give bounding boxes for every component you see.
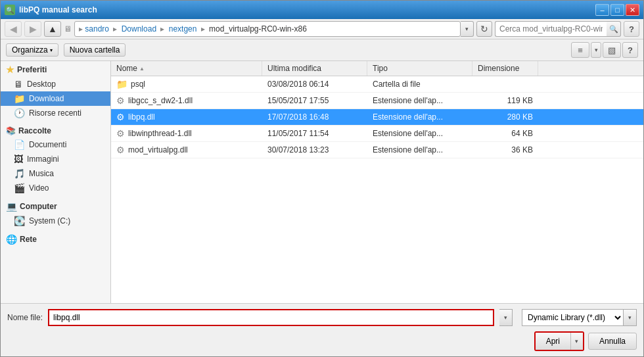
file-tipo: Cartella di file bbox=[367, 78, 472, 90]
main-window: 🔍 libPQ manual search – □ ✕ ◀ ▶ ▲ 🖥 ▸ sa… bbox=[0, 0, 644, 357]
col-header-dimensione[interactable]: Dimensione bbox=[472, 61, 538, 76]
sidebar-item-label-immagini: Immagini bbox=[27, 155, 59, 164]
sidebar-item-immagini[interactable]: 🖼 Immagini bbox=[1, 152, 110, 166]
breadcrumb-arrow2: ▸ bbox=[160, 24, 164, 34]
filetype-dropdown-button[interactable]: ▾ bbox=[624, 309, 637, 326]
file-modifica: 17/07/2018 16:48 bbox=[262, 111, 367, 123]
nome-file-label: Nome file: bbox=[7, 313, 43, 322]
window-title: libPQ manual search bbox=[19, 5, 595, 14]
title-bar-controls: – □ ✕ bbox=[595, 4, 639, 16]
breadcrumb-nextgen[interactable]: nextgen bbox=[166, 24, 198, 34]
sidebar-header-computer[interactable]: 💻 Computer bbox=[1, 198, 110, 214]
annulla-button[interactable]: Annulla bbox=[588, 333, 637, 350]
view-dropdown-button[interactable]: ▾ bbox=[591, 42, 601, 58]
filetype-select[interactable]: Dynamic Library (*.dll) bbox=[522, 309, 624, 326]
search-input[interactable] bbox=[495, 21, 607, 37]
recenti-icon: 🕐 bbox=[14, 108, 25, 118]
breadcrumb-dropdown-button[interactable]: ▾ bbox=[461, 21, 474, 37]
col-header-tipo[interactable]: Tipo bbox=[367, 61, 472, 76]
back-button[interactable]: ◀ bbox=[5, 21, 22, 37]
apri-button[interactable]: Apri bbox=[536, 333, 571, 350]
forward-button[interactable]: ▶ bbox=[24, 21, 41, 37]
sidebar-item-download[interactable]: 📁 Download bbox=[1, 91, 110, 106]
breadcrumb-arrow1: ▸ bbox=[113, 24, 117, 34]
filename-input[interactable] bbox=[48, 309, 494, 326]
up-button[interactable]: ▲ bbox=[44, 21, 61, 37]
refresh-button[interactable]: ↻ bbox=[476, 21, 492, 37]
file-tipo: Estensione dell'ap... bbox=[367, 128, 472, 139]
file-name: psql bbox=[131, 80, 145, 89]
file-name: libgcc_s_dw2-1.dll bbox=[128, 96, 193, 105]
sidebar-header-arrow-preferiti: ★ bbox=[6, 64, 14, 75]
nuova-cartella-button[interactable]: Nuova cartella bbox=[64, 43, 126, 57]
musica-icon: 🎵 bbox=[14, 168, 25, 179]
sidebar-item-desktop[interactable]: 🖥 Desktop bbox=[1, 77, 110, 91]
file-name: mod_virtualpg.dll bbox=[128, 145, 188, 155]
file-tipo: Estensione dell'ap... bbox=[367, 95, 472, 107]
col-modifica-label: Ultima modifica bbox=[267, 64, 321, 73]
table-row[interactable]: ⚙ mod_virtualpg.dll 30/07/2018 13:23 Est… bbox=[111, 142, 643, 158]
desktop-icon: 🖥 bbox=[14, 79, 23, 89]
organizza-label: Organizza bbox=[12, 45, 48, 55]
table-row[interactable]: ⚙ libwinpthread-1.dll 11/05/2017 11:54 E… bbox=[111, 126, 643, 142]
view-details-button[interactable]: ≡ bbox=[571, 42, 589, 58]
col-header-modifica[interactable]: Ultima modifica bbox=[262, 61, 367, 76]
file-dim: 280 KB bbox=[472, 111, 538, 123]
file-tipo: Estensione dell'ap... bbox=[367, 144, 472, 156]
organizza-arrow-icon: ▾ bbox=[50, 47, 53, 53]
sidebar-header-icon-rete: 🌐 bbox=[6, 234, 17, 245]
sidebar-header-label-preferiti: Preferiti bbox=[17, 65, 47, 74]
file-modifica: 03/08/2018 06:14 bbox=[262, 78, 367, 90]
sidebar-item-label-recenti: Risorse recenti bbox=[29, 108, 81, 118]
minimize-button[interactable]: – bbox=[595, 4, 609, 16]
sidebar-item-label-video: Video bbox=[29, 183, 49, 193]
sidebar-item-documenti[interactable]: 📄 Documenti bbox=[1, 137, 110, 152]
breadcrumb[interactable]: ▸ sandro ▸ Download ▸ nextgen ▸ mod_virt… bbox=[74, 21, 461, 37]
maximize-button[interactable]: □ bbox=[610, 4, 624, 16]
apri-split-button[interactable]: ▾ bbox=[571, 333, 583, 350]
sidebar-item-label-desktop: Desktop bbox=[27, 80, 56, 89]
sidebar-item-system-c[interactable]: 💽 System (C:) bbox=[1, 214, 110, 228]
table-row[interactable]: ⚙ libpq.dll 17/07/2018 16:48 Estensione … bbox=[111, 109, 643, 126]
video-icon: 🎬 bbox=[14, 183, 25, 193]
sidebar-item-label-download: Download bbox=[29, 94, 64, 103]
preview-pane-button[interactable]: ▧ bbox=[603, 42, 621, 58]
sidebar-item-recenti[interactable]: 🕐 Risorse recenti bbox=[1, 106, 110, 120]
file-modifica: 15/05/2017 17:55 bbox=[262, 95, 367, 107]
search-button[interactable]: 🔍 bbox=[607, 21, 621, 37]
sidebar-header-rete[interactable]: 🌐 Rete bbox=[1, 231, 110, 247]
sidebar-header-raccolte[interactable]: 📚 Raccolte bbox=[1, 123, 110, 137]
sidebar-header-preferiti[interactable]: ★ Preferiti bbox=[1, 61, 110, 77]
sort-arrow-icon: ▲ bbox=[139, 66, 145, 72]
file-dim: 119 KB bbox=[472, 95, 538, 107]
table-row[interactable]: 📁 psql 03/08/2018 06:14 Cartella di file bbox=[111, 76, 643, 93]
toolbar-help-button[interactable]: ? bbox=[622, 42, 638, 58]
file-dim: 64 KB bbox=[472, 128, 538, 139]
dll-icon: ⚙ bbox=[116, 145, 125, 155]
file-name: libpq.dll bbox=[128, 112, 155, 122]
sidebar-item-musica[interactable]: 🎵 Musica bbox=[1, 166, 110, 181]
sidebar: ★ Preferiti 🖥 Desktop 📁 Download 🕐 Risor… bbox=[1, 61, 111, 303]
breadcrumb-download[interactable]: Download bbox=[119, 24, 158, 34]
sidebar-section-rete: 🌐 Rete bbox=[1, 231, 110, 247]
main-content: ★ Preferiti 🖥 Desktop 📁 Download 🕐 Risor… bbox=[1, 61, 643, 303]
file-modifica: 11/05/2017 11:54 bbox=[262, 128, 367, 139]
organize-toolbar: Organizza ▾ Nuova cartella ≡ ▾ ▧ ? bbox=[1, 39, 643, 61]
sidebar-header-label-computer: Computer bbox=[20, 202, 57, 211]
help-button[interactable]: ? bbox=[624, 21, 639, 37]
filename-dropdown-button[interactable]: ▾ bbox=[499, 309, 513, 326]
close-button[interactable]: ✕ bbox=[626, 4, 639, 16]
sidebar-section-computer: 💻 Computer 💽 System (C:) bbox=[1, 198, 110, 228]
col-header-nome[interactable]: Nome ▲ bbox=[111, 61, 262, 76]
file-tipo: Estensione dell'ap... bbox=[367, 111, 472, 123]
file-list: 📁 psql 03/08/2018 06:14 Cartella di file… bbox=[111, 76, 643, 303]
breadcrumb-icon: 🖥 bbox=[64, 24, 72, 34]
col-dim-label: Dimensione bbox=[478, 64, 519, 73]
sidebar-header-label-raccolte: Raccolte bbox=[18, 126, 51, 135]
breadcrumb-sandro[interactable]: sandro bbox=[83, 24, 111, 34]
dll-icon: ⚙ bbox=[116, 95, 125, 106]
bottom-actions-bar: Apri ▾ Annulla bbox=[1, 331, 643, 356]
organizza-button[interactable]: Organizza ▾ bbox=[6, 43, 58, 57]
table-row[interactable]: ⚙ libgcc_s_dw2-1.dll 15/05/2017 17:55 Es… bbox=[111, 93, 643, 109]
sidebar-item-video[interactable]: 🎬 Video bbox=[1, 181, 110, 195]
